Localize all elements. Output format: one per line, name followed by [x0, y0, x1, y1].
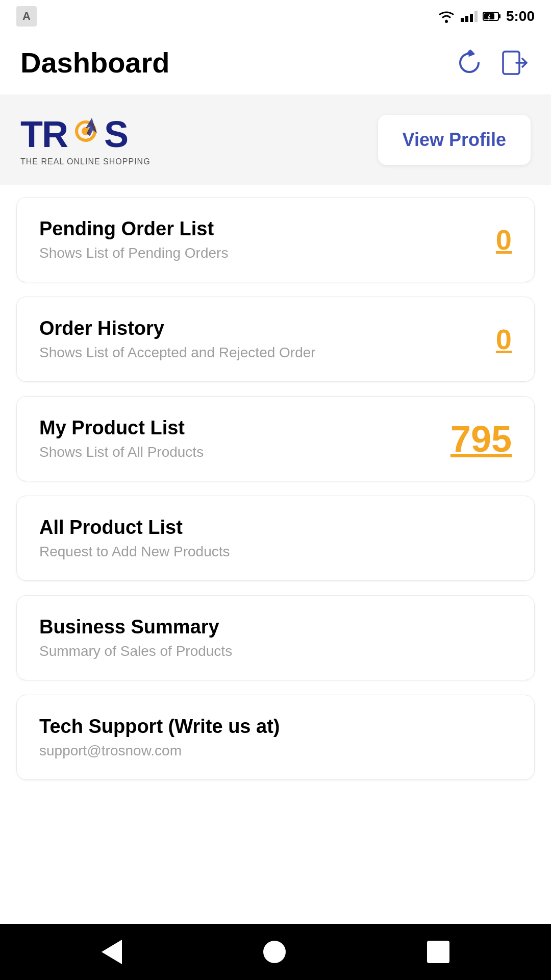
- battery-icon: [483, 11, 501, 22]
- svg-rect-2: [499, 14, 500, 18]
- header: Dashboard: [0, 31, 551, 94]
- my-product-list-card[interactable]: My Product List Shows List of All Produc…: [16, 396, 535, 481]
- my-product-list-subtitle: Shows List of All Products: [39, 444, 450, 460]
- pending-order-subtitle: Shows List of Pending Orders: [39, 245, 471, 261]
- pending-order-card[interactable]: Pending Order List Shows List of Pending…: [16, 197, 535, 282]
- back-icon: [102, 940, 122, 964]
- refresh-button[interactable]: [453, 46, 486, 79]
- tech-support-title: Tech Support (Write us at): [39, 716, 512, 738]
- status-bar: A 5:00: [0, 0, 551, 31]
- profile-card: TR S THE REAL ONLINE SHOPPING View Profi…: [0, 94, 551, 185]
- wifi-icon: [437, 9, 456, 23]
- business-summary-title: Business Summary: [39, 616, 512, 638]
- home-button[interactable]: [263, 941, 286, 963]
- pending-order-count: 0: [471, 223, 512, 256]
- a-icon: A: [16, 6, 37, 27]
- tech-support-card[interactable]: Tech Support (Write us at) support@trosn…: [16, 695, 535, 780]
- signal-bars: [461, 11, 478, 22]
- page-title: Dashboard: [20, 46, 170, 79]
- status-bar-left: A: [16, 6, 37, 27]
- back-button[interactable]: [102, 940, 122, 964]
- logout-button[interactable]: [498, 46, 531, 79]
- svg-point-0: [445, 20, 448, 23]
- order-history-card[interactable]: Order History Shows List of Accepted and…: [16, 297, 535, 382]
- all-product-list-title: All Product List: [39, 517, 512, 538]
- status-bar-right: 5:00: [437, 8, 535, 24]
- order-history-count: 0: [471, 323, 512, 356]
- tros-logo: TR S: [20, 113, 128, 155]
- tech-support-email: support@trosnow.com: [39, 743, 512, 759]
- business-summary-subtitle: Summary of Sales of Products: [39, 643, 512, 659]
- home-icon: [263, 941, 286, 963]
- recent-icon: [427, 941, 449, 963]
- main-content: Pending Order List Shows List of Pending…: [0, 197, 551, 780]
- my-product-list-title: My Product List: [39, 417, 450, 439]
- pending-order-title: Pending Order List: [39, 218, 471, 240]
- status-time: 5:00: [506, 8, 535, 24]
- business-summary-card[interactable]: Business Summary Summary of Sales of Pro…: [16, 595, 535, 680]
- view-profile-button[interactable]: View Profile: [378, 115, 531, 165]
- logo-subtitle: THE REAL ONLINE SHOPPING: [20, 157, 151, 166]
- bottom-navigation: [0, 924, 551, 980]
- my-product-list-count: 795: [450, 418, 512, 460]
- recent-button[interactable]: [427, 941, 449, 963]
- order-history-title: Order History: [39, 317, 471, 339]
- all-product-list-card[interactable]: All Product List Request to Add New Prod…: [16, 496, 535, 581]
- order-history-subtitle: Shows List of Accepted and Rejected Orde…: [39, 345, 471, 361]
- all-product-list-subtitle: Request to Add New Products: [39, 544, 512, 560]
- logo-container: TR S THE REAL ONLINE SHOPPING: [20, 113, 151, 166]
- header-actions: [453, 46, 531, 79]
